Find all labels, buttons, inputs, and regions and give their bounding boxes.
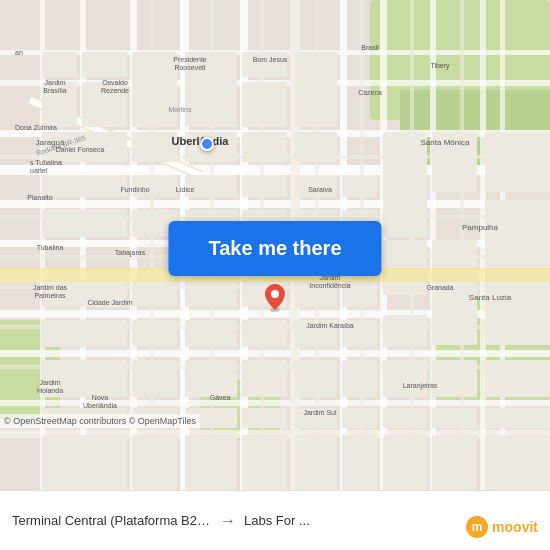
svg-rect-92 — [295, 360, 337, 397]
svg-rect-55 — [242, 132, 287, 162]
svg-text:Palmeiras: Palmeiras — [34, 292, 66, 299]
svg-rect-112 — [383, 435, 427, 490]
svg-text:Santa Luzia: Santa Luzia — [469, 293, 512, 302]
svg-rect-44 — [82, 52, 127, 77]
svg-rect-108 — [185, 435, 237, 490]
svg-text:Rezende: Rezende — [101, 87, 129, 94]
svg-text:Gávea: Gávea — [210, 394, 231, 401]
svg-rect-56 — [295, 132, 337, 162]
svg-text:Laranjeiras: Laranjeiras — [403, 382, 438, 390]
svg-rect-95 — [432, 360, 477, 397]
svg-text:s Tubalina: s Tubalina — [30, 159, 62, 166]
svg-rect-57 — [42, 175, 127, 197]
svg-rect-69 — [383, 132, 427, 237]
svg-text:Jardim: Jardim — [39, 379, 60, 386]
svg-rect-110 — [295, 435, 337, 490]
footer: Terminal Central (Plataforma B2 - Ama...… — [0, 490, 550, 550]
svg-rect-60 — [242, 175, 287, 197]
svg-rect-62 — [342, 175, 377, 197]
map-container: Uberlândia Jaraguá Osvaldo Rezende Jardi… — [0, 0, 550, 490]
svg-rect-104 — [432, 408, 477, 428]
svg-text:Brasil: Brasil — [361, 44, 379, 51]
svg-rect-106 — [42, 435, 127, 490]
svg-text:Jardim Sul: Jardim Sul — [303, 409, 337, 416]
svg-text:an: an — [15, 49, 23, 56]
svg-text:uartel: uartel — [30, 167, 48, 174]
svg-rect-113 — [432, 435, 477, 490]
svg-text:Planalto: Planalto — [27, 194, 52, 201]
svg-rect-90 — [185, 360, 237, 397]
svg-text:Tabajaras: Tabajaras — [115, 249, 146, 257]
footer-from-label: Terminal Central (Plataforma B2 - Ama... — [12, 513, 212, 528]
svg-text:Cidade Jardim: Cidade Jardim — [87, 299, 132, 306]
svg-rect-91 — [242, 360, 287, 397]
svg-text:Inconfidência: Inconfidência — [309, 282, 350, 289]
svg-point-161 — [271, 290, 279, 298]
svg-rect-46 — [132, 52, 177, 127]
svg-rect-93 — [342, 360, 377, 397]
svg-rect-80 — [132, 320, 177, 347]
svg-rect-85 — [383, 315, 427, 347]
moovit-text: moovit — [492, 519, 538, 535]
svg-text:Saraiva: Saraiva — [308, 186, 332, 193]
svg-text:Roosevelt: Roosevelt — [174, 64, 205, 71]
svg-text:Santa Mônica: Santa Mônica — [421, 138, 470, 147]
svg-text:Cazeca: Cazeca — [358, 89, 382, 96]
svg-rect-114 — [485, 435, 550, 490]
svg-rect-43 — [42, 52, 77, 77]
svg-text:Pampulha: Pampulha — [462, 223, 499, 232]
svg-rect-94 — [383, 360, 427, 397]
destination-pin — [265, 284, 285, 304]
svg-rect-89 — [132, 360, 177, 397]
svg-rect-82 — [242, 320, 287, 347]
svg-text:Fundinho: Fundinho — [120, 186, 149, 193]
svg-text:Presidente: Presidente — [173, 56, 207, 63]
footer-to-label: Labs For ... — [244, 513, 310, 528]
svg-text:Brasília: Brasília — [43, 87, 66, 94]
svg-text:Nova: Nova — [92, 394, 108, 401]
svg-text:Uberlândia: Uberlândia — [83, 402, 117, 409]
svg-rect-100 — [242, 408, 287, 428]
svg-rect-49 — [242, 82, 287, 127]
svg-text:Granada: Granada — [426, 284, 453, 291]
moovit-logo: m moovit — [466, 516, 538, 538]
svg-text:Jardim: Jardim — [44, 79, 65, 86]
svg-rect-78 — [383, 240, 427, 295]
svg-rect-81 — [185, 320, 237, 347]
svg-rect-105 — [485, 408, 550, 428]
svg-rect-103 — [383, 408, 427, 428]
svg-rect-74 — [185, 280, 237, 307]
svg-rect-79 — [42, 320, 127, 347]
svg-text:Martins: Martins — [169, 106, 192, 113]
map-attribution: © OpenStreetMap contributors © OpenMapTi… — [0, 414, 200, 428]
svg-text:Dona Zulmira: Dona Zulmira — [15, 124, 57, 131]
take-me-there-button[interactable]: Take me there — [168, 221, 381, 276]
svg-text:Tibery: Tibery — [430, 62, 450, 70]
svg-rect-63 — [42, 210, 127, 237]
svg-text:Tubalina: Tubalina — [37, 244, 64, 251]
svg-text:Lídice: Lídice — [176, 186, 195, 193]
moovit-icon: m — [466, 516, 488, 538]
svg-text:Jardim Karaíba: Jardim Karaíba — [306, 322, 354, 329]
svg-text:Daniel Fonseca: Daniel Fonseca — [56, 146, 105, 153]
svg-text:Osvaldo: Osvaldo — [102, 79, 128, 86]
svg-rect-53 — [132, 132, 177, 162]
svg-text:Jardim das: Jardim das — [33, 284, 68, 291]
svg-rect-109 — [242, 435, 287, 490]
svg-rect-111 — [342, 435, 377, 490]
footer-arrow-icon: → — [220, 512, 236, 530]
svg-text:Holanda: Holanda — [37, 387, 63, 394]
svg-rect-107 — [132, 435, 177, 490]
svg-rect-50 — [295, 52, 337, 127]
svg-text:Bom Jesus: Bom Jesus — [253, 56, 288, 63]
svg-rect-73 — [132, 280, 177, 307]
svg-rect-102 — [342, 408, 377, 428]
svg-rect-96 — [485, 360, 550, 397]
svg-rect-71 — [485, 132, 550, 192]
